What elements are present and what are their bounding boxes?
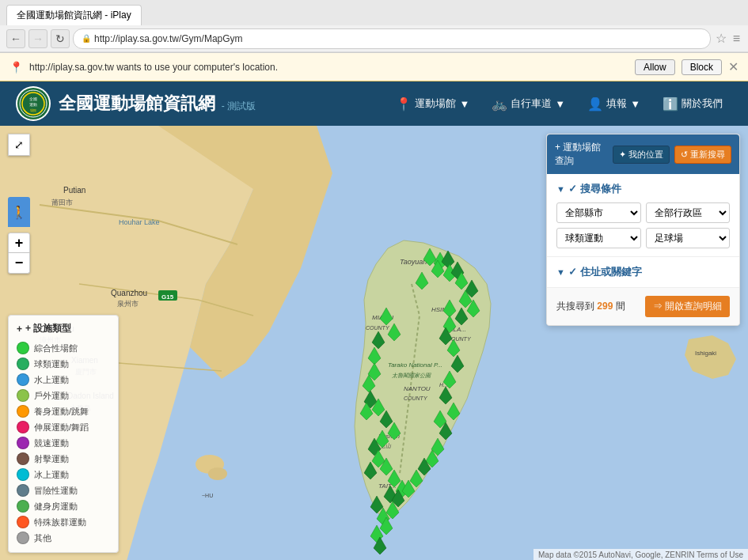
result-count-number: 299: [597, 301, 613, 312]
svg-text:COUNTY: COUNTY: [366, 325, 390, 331]
forward-button[interactable]: →: [28, 29, 47, 48]
header-nav: 📍 運動場館 ▼ 🚲 自行車道 ▼ 👤 填報 ▼ ℹ️ 關於我們: [386, 92, 732, 116]
fullscreen-button[interactable]: ⤢: [8, 134, 30, 156]
legend-color-dot: [17, 342, 29, 354]
legend-color-dot: [17, 452, 29, 465]
allow-button[interactable]: Allow: [635, 59, 675, 75]
plus-icon: +: [17, 324, 22, 335]
venue-type-select[interactable]: 足球場: [646, 228, 731, 248]
svg-text:Houhar Lake: Houhar Lake: [119, 218, 160, 226]
nav-venues-label: 運動場館: [415, 96, 456, 111]
nav-report-arrow: ▼: [630, 98, 640, 110]
nav-cycling[interactable]: 🚲 自行車道 ▼: [482, 92, 575, 116]
legend-item: 伸展運動/舞蹈: [17, 419, 110, 435]
zoom-out-button[interactable]: −: [8, 253, 30, 274]
open-list-button[interactable]: ⇒ 開啟查詢明細: [645, 296, 730, 317]
permission-bar: 📍 http://iplay.sa.gov.tw wants to use yo…: [0, 53, 748, 81]
svg-text:Putian: Putian: [63, 186, 85, 195]
legend-item-label: 競速運動: [34, 437, 69, 449]
logo-area: 全國 運動 場館 全國運動場館資訊網 - 測試版: [16, 86, 256, 121]
legend-item-label: 綜合性場館: [34, 342, 78, 354]
venue-icon: 📍: [396, 96, 412, 112]
legend-item-label: 健身房運動: [34, 501, 78, 513]
reload-button[interactable]: ↻: [51, 29, 70, 48]
svg-text:Ishigaki: Ishigaki: [695, 350, 716, 357]
legend-title: + 設施類型: [25, 322, 71, 335]
lock-icon: 🔒: [82, 34, 91, 43]
legend-item-label: 特殊族群運動: [34, 516, 86, 528]
location-permission-icon: 📍: [9, 61, 23, 74]
svg-text:全國: 全國: [29, 96, 37, 101]
legend-item: 水上運動: [17, 372, 110, 388]
svg-text:Quanzhou: Quanzhou: [111, 289, 147, 297]
facility-legend-header[interactable]: + + 設施類型: [17, 322, 110, 335]
logo-circle: 全國 運動 場館: [16, 86, 51, 121]
sport-category-select[interactable]: 球類運動: [556, 228, 641, 248]
app-header: 全國 運動 場館 全國運動場館資訊網 - 測試版 📍 運動場館 ▼ 🚲 自行車道…: [0, 81, 748, 126]
legend-item-label: 冒險性運動: [34, 485, 78, 497]
legend-items-container: 綜合性場館球類運動水上運動戶外運動養身運動/跳舞伸展運動/舞蹈競速運動射擊運動冰…: [17, 340, 110, 546]
legend-item-label: 其他: [34, 532, 51, 544]
bookmark-icon[interactable]: ☆: [714, 29, 728, 47]
nav-about-label: 關於我們: [682, 96, 723, 111]
legend-color-dot: [17, 484, 29, 497]
svg-text:運動: 運動: [29, 102, 37, 107]
legend-item: 綜合性場館: [17, 340, 110, 356]
search-conditions-title: ✓ 搜尋條件: [568, 182, 621, 196]
cycling-icon: 🚲: [492, 96, 507, 112]
svg-text:Tarako National P...: Tarako National P...: [388, 361, 442, 369]
permission-close-button[interactable]: ✕: [728, 59, 739, 74]
legend-item: 冰上運動: [17, 467, 110, 482]
site-title-area: 全國運動場館資訊網 - 測試版: [59, 92, 256, 115]
legend-item: 射擊運動: [17, 451, 110, 467]
permission-text: http://iplay.sa.gov.tw wants to use your…: [29, 62, 628, 73]
legend-item-label: 養身運動/跳舞: [34, 406, 89, 418]
map-area[interactable]: Putian 莆田市 Quanzhou 泉州市 Zhang Zhou 漳州市 X…: [0, 126, 748, 560]
address-bar[interactable]: 🔒 http://iplay.sa.gov.tw/Gym/MapGym: [73, 28, 711, 49]
legend-item: 特殊族群運動: [17, 514, 110, 530]
sidebar-search-title: + 運動場館查詢: [555, 141, 608, 168]
settings-icon[interactable]: ≡: [731, 29, 742, 47]
legend-item-label: 射擊運動: [34, 453, 69, 465]
nav-report[interactable]: 👤 填報 ▼: [578, 92, 650, 116]
legend-color-dot: [17, 500, 29, 513]
legend-item-label: 伸展運動/舞蹈: [34, 422, 89, 433]
legend-item: 其他: [17, 530, 110, 546]
legend-item-label: 水上運動: [34, 374, 69, 386]
browser-tab[interactable]: 全國運動場館資訊網 - iPlay: [6, 5, 142, 25]
back-button[interactable]: ←: [6, 29, 25, 48]
sidebar-panel: + 運動場館查詢 ✦ 我的位置 ↺ 重新搜尋 ▼ ✓ 搜尋條件 全部縣市 全部行…: [546, 134, 740, 326]
chevron-down-icon-2: ▼: [556, 267, 565, 277]
svg-text:NANTOU: NANTOU: [404, 385, 431, 392]
pegman-icon[interactable]: 🚶: [8, 197, 30, 227]
nav-about[interactable]: ℹ️ 關於我們: [653, 92, 732, 116]
legend-item: 戶外運動: [17, 388, 110, 403]
legend-color-dot: [17, 532, 29, 544]
nav-cycling-arrow: ▼: [555, 98, 565, 110]
nav-venues[interactable]: 📍 運動場館 ▼: [386, 92, 479, 116]
report-icon: 👤: [587, 96, 603, 112]
district-select[interactable]: 全部行政區: [646, 202, 731, 223]
city-select[interactable]: 全部縣市: [556, 202, 641, 223]
zoom-in-button[interactable]: +: [8, 233, 30, 253]
url-text: http://iplay.sa.gov.tw/Gym/MapGym: [94, 33, 243, 44]
legend-item: 冒險性運動: [17, 482, 110, 498]
site-title: 全國運動場館資訊網: [59, 93, 215, 113]
legend-color-dot: [17, 389, 29, 402]
refresh-search-button[interactable]: ↺ 重新搜尋: [674, 146, 731, 164]
legend-item: 球類運動: [17, 356, 110, 372]
svg-text:場館: 場館: [29, 108, 36, 112]
legend-item: 競速運動: [17, 435, 110, 451]
svg-text:泉州市: 泉州市: [117, 300, 139, 308]
facility-legend: + + 設施類型 綜合性場館球類運動水上運動戶外運動養身運動/跳舞伸展運動/舞蹈…: [8, 315, 119, 553]
block-button[interactable]: Block: [682, 59, 722, 75]
nav-cycling-label: 自行車道: [511, 96, 552, 111]
result-count-text: 共搜尋到 299 間: [556, 300, 625, 313]
my-location-button[interactable]: ✦ 我的位置: [613, 146, 670, 164]
legend-color-dot: [17, 405, 29, 418]
nav-report-label: 填報: [606, 96, 627, 111]
legend-item: 健身房運動: [17, 498, 110, 514]
legend-item: 養身運動/跳舞: [17, 403, 110, 419]
legend-color-dot: [17, 468, 29, 481]
svg-point-34: [208, 467, 227, 480]
